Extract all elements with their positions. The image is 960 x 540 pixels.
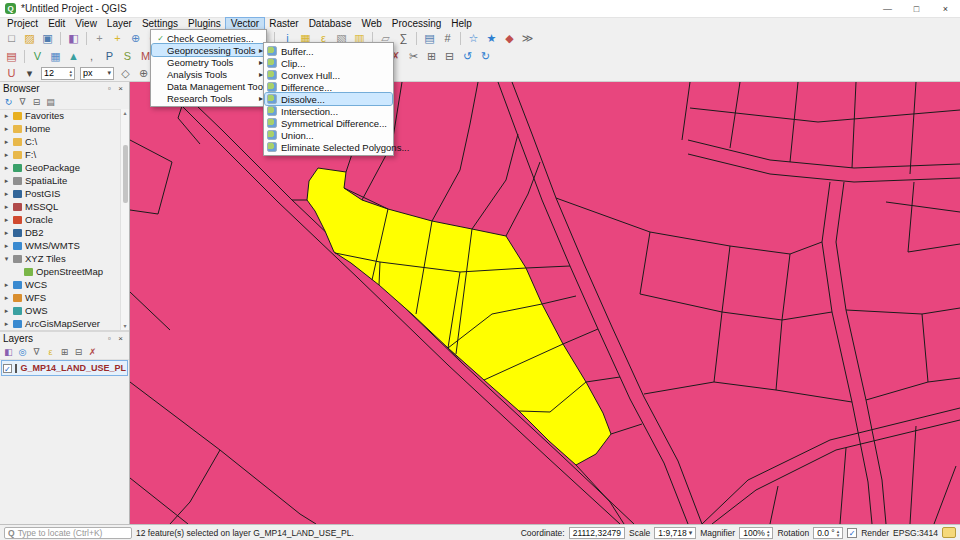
render-checkbox[interactable]: ✓ [847, 528, 857, 538]
menu-raster[interactable]: Raster [264, 18, 303, 29]
tree-item-spatialite[interactable]: ▸SpatiaLite [0, 174, 120, 187]
geoprocessing-menu-item[interactable]: Eliminate Selected Polygons... [265, 141, 392, 153]
tree-item-oracle[interactable]: ▸Oracle [0, 213, 120, 226]
tree-item-wfs[interactable]: ▸WFS [0, 291, 120, 304]
tree-item-favorites[interactable]: ▸Favorites [0, 109, 120, 122]
add-spatialite-layer[interactable]: S [119, 48, 136, 64]
coordinate-input[interactable]: 21112,32479 [569, 527, 625, 539]
python-console[interactable]: ≫ [519, 30, 536, 46]
tree-expander-icon[interactable]: ▸ [3, 177, 10, 185]
statistical-summary[interactable]: ∑ [395, 30, 412, 46]
menu-vector[interactable]: Vector [226, 18, 264, 29]
tree-expander-icon[interactable]: ▸ [3, 151, 10, 159]
menu-web[interactable]: Web [356, 18, 386, 29]
save-project[interactable]: ▣ [39, 30, 56, 46]
vector-menu-item[interactable]: ✓Check Geometries... [152, 32, 265, 44]
zoom-in[interactable]: ⊕ [127, 30, 144, 46]
maximize-button[interactable]: □ [902, 0, 931, 17]
locator-input[interactable]: Q Type to locate (Ctrl+K) [4, 527, 132, 539]
open-project[interactable]: ▨ [21, 30, 38, 46]
tree-item-xyz-tiles[interactable]: ▾XYZ Tiles [0, 252, 120, 265]
filter-by-expression[interactable]: ε [44, 346, 57, 358]
new-project[interactable]: □ [3, 30, 20, 46]
tree-item-mssql[interactable]: ▸MSSQL [0, 200, 120, 213]
scale-combo[interactable]: 1:9,718 ▾ [654, 527, 696, 539]
style-manager[interactable]: ◧ [65, 30, 82, 46]
vector-menu-item[interactable]: Data Management Tools▸ [152, 80, 265, 92]
field-calculator[interactable]: # [439, 30, 456, 46]
tree-expander-icon[interactable]: ▸ [3, 164, 10, 172]
browser-filter[interactable]: ∇ [16, 96, 29, 108]
show-bookmarks[interactable]: ★ [483, 30, 500, 46]
data-source-manager[interactable]: ▤ [3, 48, 20, 64]
tree-item-geopackage[interactable]: ▸GeoPackage [0, 161, 120, 174]
layer-item[interactable]: ✓G_MP14_LAND_USE_PL [2, 361, 127, 375]
browser-properties[interactable]: ▤ [44, 96, 57, 108]
menu-settings[interactable]: Settings [137, 18, 183, 29]
tree-item-db2[interactable]: ▸DB2 [0, 226, 120, 239]
snapping-mode-dropdown[interactable]: ▾ [21, 65, 38, 81]
menu-database[interactable]: Database [304, 18, 357, 29]
layers-float-button[interactable]: ▫ [104, 334, 115, 343]
spinner-arrows-icon[interactable]: ▴▾ [69, 69, 72, 77]
tree-item-wms-wmts[interactable]: ▸WMS/WMTS [0, 239, 120, 252]
add-raster-layer[interactable]: ▦ [47, 48, 64, 64]
browser-close-button[interactable]: × [115, 84, 126, 93]
geoprocessing-menu-item[interactable]: Symmetrical Difference... [265, 117, 392, 129]
tree-expander-icon[interactable]: ▸ [3, 320, 10, 328]
tree-expander-icon[interactable]: ▸ [3, 112, 10, 120]
geoprocessing-menu-item[interactable]: Difference... [265, 81, 392, 93]
tree-expander-icon[interactable]: ▸ [3, 307, 10, 315]
remove-layer[interactable]: ✗ [86, 346, 99, 358]
minimize-button[interactable]: — [873, 0, 902, 17]
snapping-tolerance-input[interactable]: 12 ▴▾ [41, 67, 75, 80]
geoprocessing-menu-item[interactable]: Union... [265, 129, 392, 141]
layers-close-button[interactable]: × [115, 334, 126, 343]
tree-item-home[interactable]: ▸Home [0, 122, 120, 135]
tree-expander-icon[interactable]: ▸ [3, 294, 10, 302]
map-canvas[interactable] [130, 82, 960, 524]
close-button[interactable]: × [931, 0, 960, 17]
open-layer-styling[interactable]: ◧ [2, 346, 15, 358]
messages-icon[interactable] [942, 527, 956, 538]
tree-expander-icon[interactable]: ▸ [3, 281, 10, 289]
menu-help[interactable]: Help [446, 18, 477, 29]
tree-expander-icon[interactable]: ▸ [3, 242, 10, 250]
menu-processing[interactable]: Processing [387, 18, 446, 29]
browser-float-button[interactable]: ▫ [104, 84, 115, 93]
geoprocessing-menu-item[interactable]: Clip... [265, 57, 392, 69]
vector-menu-item[interactable]: Research Tools▸ [152, 92, 265, 104]
tree-item-ows[interactable]: ▸OWS [0, 304, 120, 317]
geoprocessing-menu-item[interactable]: Convex Hull... [265, 69, 392, 81]
collapse-all[interactable]: ⊟ [72, 346, 85, 358]
new-bookmark[interactable]: ☆ [465, 30, 482, 46]
scroll-down-icon[interactable]: ▾ [123, 322, 126, 330]
geoprocessing-menu-item[interactable]: Dissolve... [265, 93, 392, 105]
add-vector-layer[interactable]: V [29, 48, 46, 64]
paste-features[interactable]: ⊟ [441, 48, 458, 64]
cut-features[interactable]: ✂ [405, 48, 422, 64]
pan-map[interactable]: + [91, 30, 108, 46]
tree-item-c[interactable]: ▸C:\ [0, 135, 120, 148]
magnifier-input[interactable]: 100% ▴▾ [739, 527, 773, 539]
add-mesh-layer[interactable]: ▲ [65, 48, 82, 64]
tree-expander-icon[interactable]: ▸ [3, 190, 10, 198]
tree-expander-icon[interactable]: ▸ [3, 203, 10, 211]
tree-expander-icon[interactable]: ▸ [3, 125, 10, 133]
manage-map-themes[interactable]: ◎ [16, 346, 29, 358]
add-postgis-layer[interactable]: P [101, 48, 118, 64]
redo[interactable]: ↻ [477, 48, 494, 64]
scroll-up-icon[interactable]: ▴ [123, 109, 126, 117]
filter-legend[interactable]: ∇ [30, 346, 43, 358]
copy-features[interactable]: ⊞ [423, 48, 440, 64]
spinner-arrows-icon[interactable]: ▴▾ [767, 529, 770, 537]
browser-collapse-all[interactable]: ⊟ [30, 96, 43, 108]
menu-edit[interactable]: Edit [43, 18, 70, 29]
pan-to-selection[interactable]: + [109, 30, 126, 46]
vector-menu-item[interactable]: Analysis Tools▸ [152, 68, 265, 80]
spinner-arrows-icon[interactable]: ▴▾ [837, 529, 840, 537]
vector-menu-item[interactable]: Geoprocessing Tools▸ [152, 44, 265, 56]
crs-indicator[interactable]: EPSG:3414 [893, 528, 938, 538]
browser-refresh[interactable]: ↻ [2, 96, 15, 108]
tree-expander-icon[interactable]: ▸ [3, 216, 10, 224]
